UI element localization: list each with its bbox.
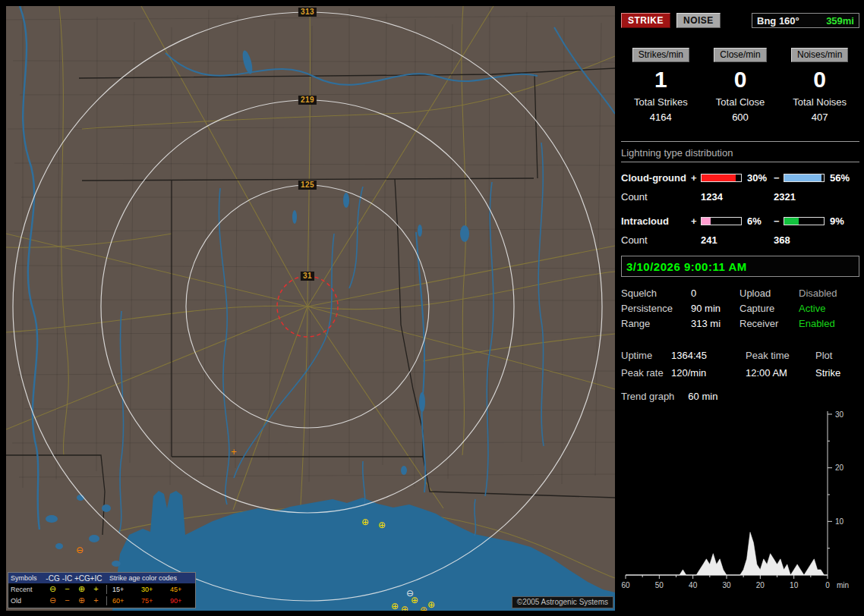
strike-marker: ⊕ bbox=[378, 520, 386, 530]
legend-symbols-label: Symbols bbox=[11, 574, 46, 582]
setting-label: Squelch bbox=[621, 288, 691, 299]
setting-label: Persistence bbox=[621, 303, 691, 314]
bearing-readout: Bng 160° 359mi bbox=[752, 13, 859, 28]
positive-count: 241 bbox=[701, 234, 774, 246]
negative-percent: 9% bbox=[826, 215, 856, 227]
status-sidebar: STRIKE NOISE Bng 160° 359mi Strikes/min1… bbox=[621, 6, 859, 611]
y-tick-label: 10 bbox=[835, 517, 844, 526]
legend-divider bbox=[106, 596, 107, 605]
distribution-type-label: Cloud-ground bbox=[621, 172, 691, 184]
setting-value: 90 min bbox=[691, 303, 739, 314]
positive-percent: 30% bbox=[743, 172, 774, 184]
peak-time-value: 12:00 AM bbox=[746, 367, 815, 379]
trend-chart: 1020306050403020100min bbox=[621, 407, 853, 598]
distribution-rows: Cloud-ground+30%−56%Count12342321Intracl… bbox=[621, 172, 859, 246]
positive-bar bbox=[701, 217, 742, 225]
setting-label: Capture bbox=[739, 303, 799, 314]
peak-rate-value: 120/min bbox=[671, 367, 746, 379]
total-label: Total Noises bbox=[780, 96, 859, 108]
strike-symbol-glyph: + bbox=[89, 585, 103, 593]
x-tick-label: 0 bbox=[825, 581, 830, 589]
count-label: Count bbox=[621, 234, 701, 246]
y-tick-label: 30 bbox=[835, 410, 844, 419]
app-root: ⊕⊕⊖+⊖⊕⊕⊕⊕⊕ Symbols-CG-IC+CG+ICStrike age… bbox=[0, 0, 864, 616]
strike-marker: ⊕ bbox=[411, 595, 418, 605]
positive-bar-fill bbox=[702, 174, 736, 181]
legend-row: Recent⊖−⊕+15+30+45+ bbox=[8, 583, 195, 595]
settings-row: Persistence90 minCaptureActive bbox=[621, 300, 859, 316]
strike-symbol-glyph: ⊖ bbox=[46, 596, 60, 605]
x-tick-label: 30 bbox=[722, 581, 731, 589]
setting-value: 0 bbox=[691, 288, 739, 299]
noise-toggle-button[interactable]: NOISE bbox=[676, 13, 721, 28]
age-code: 45+ bbox=[167, 586, 196, 593]
strike-marker: ⊕ bbox=[391, 601, 399, 611]
stat-chip: Strikes/min bbox=[632, 48, 689, 62]
strike-symbol-glyph: − bbox=[60, 585, 74, 593]
strike-symbol-glyph: ⊕ bbox=[74, 596, 89, 605]
age-code: 90+ bbox=[167, 597, 196, 605]
plot-label: Plot bbox=[815, 350, 859, 361]
setting-value: Disabled bbox=[799, 288, 859, 299]
count-label: Count bbox=[621, 191, 701, 203]
bearing-range-value: 359mi bbox=[826, 15, 854, 27]
peak-rate-label: Peak rate bbox=[621, 367, 671, 379]
range-ring-label: 313 bbox=[298, 8, 317, 17]
total-value: 4164 bbox=[621, 112, 701, 123]
map-legend: Symbols-CG-IC+CG+ICStrike age color code… bbox=[8, 572, 196, 608]
uptime-value: 1364:45 bbox=[671, 350, 746, 361]
setting-label: Receiver bbox=[739, 318, 799, 329]
negative-bar bbox=[784, 217, 825, 225]
x-tick-label: 40 bbox=[689, 581, 698, 589]
age-code: 75+ bbox=[138, 597, 167, 605]
range-ring-label: 219 bbox=[298, 96, 317, 105]
positive-bar-fill bbox=[702, 218, 711, 225]
y-tick-label: 20 bbox=[835, 464, 844, 472]
plus-sign: + bbox=[691, 215, 701, 227]
plus-sign: + bbox=[691, 172, 701, 184]
settings-row: Squelch0UploadDisabled bbox=[621, 285, 859, 300]
rate-value: 0 bbox=[780, 68, 859, 92]
distribution-row: Cloud-ground+30%−56% bbox=[621, 172, 859, 184]
lightning-map[interactable]: ⊕⊕⊖+⊖⊕⊕⊕⊕⊕ Symbols-CG-IC+CG+ICStrike age… bbox=[6, 6, 615, 611]
legend-col-header: +CG bbox=[74, 574, 89, 583]
x-unit-label: min bbox=[837, 581, 849, 589]
plot-mode-value: Strike bbox=[815, 367, 859, 379]
strike-symbol-glyph: ⊕ bbox=[74, 585, 89, 593]
strike-marker: ⊕ bbox=[427, 599, 435, 610]
strike-marker: ⊖ bbox=[76, 545, 84, 555]
x-tick-label: 60 bbox=[621, 581, 630, 589]
strike-toggle-button[interactable]: STRIKE bbox=[621, 13, 670, 28]
stats-columns: Strikes/min1Total Strikes4164Close/min0T… bbox=[621, 48, 859, 123]
stat-chip: Noises/min bbox=[791, 48, 848, 62]
bearing-label: Bng 160° bbox=[757, 15, 799, 27]
stat-chip: Close/min bbox=[714, 48, 766, 62]
total-value: 407 bbox=[780, 112, 859, 123]
positive-percent: 6% bbox=[743, 215, 774, 227]
negative-count: 2321 bbox=[774, 191, 847, 203]
trend-graph-label: Trend graph bbox=[621, 391, 674, 402]
legend-col-header: +IC bbox=[89, 574, 103, 583]
minus-sign: − bbox=[774, 172, 784, 184]
strike-marker: ⊕ bbox=[401, 604, 408, 611]
legend-divider bbox=[106, 585, 107, 594]
strike-symbol-glyph: ⊖ bbox=[46, 585, 60, 593]
settings-row: Range313 miReceiverEnabled bbox=[621, 316, 859, 331]
negative-count: 368 bbox=[774, 234, 847, 246]
positive-count: 1234 bbox=[701, 191, 774, 203]
stat-column: Noises/min0Total Noises407 bbox=[780, 48, 859, 123]
x-tick-label: 20 bbox=[756, 581, 765, 589]
x-tick-label: 50 bbox=[655, 581, 664, 589]
age-code: 60+ bbox=[109, 597, 138, 605]
stat-column: Close/min0Total Close600 bbox=[701, 48, 780, 123]
rate-value: 1 bbox=[621, 68, 701, 92]
stat-column: Strikes/min1Total Strikes4164 bbox=[621, 48, 701, 123]
negative-bar-fill bbox=[784, 218, 799, 225]
setting-value: 313 mi bbox=[691, 318, 739, 329]
count-row: Count12342321 bbox=[621, 191, 859, 203]
legend-col-header: -CG bbox=[46, 574, 60, 583]
status-grid: Uptime 1364:45 Peak time Plot Peak rate … bbox=[621, 347, 859, 382]
setting-value: Enabled bbox=[799, 318, 859, 329]
divider bbox=[621, 141, 859, 142]
distribution-row: Intracloud+6%−9% bbox=[621, 215, 859, 227]
